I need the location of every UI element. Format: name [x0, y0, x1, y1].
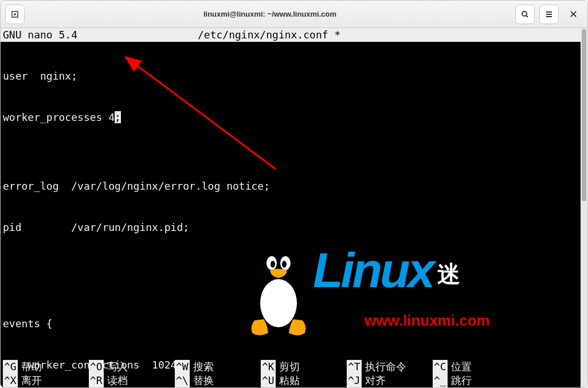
new-tab-button[interactable] — [5, 5, 25, 24]
nano-file-path: /etc/nginx/nginx.conf * — [198, 28, 340, 42]
svg-point-3 — [522, 11, 527, 16]
shortcut-read: ^R读档 — [89, 374, 175, 387]
nano-shortcuts: ^G帮助 ^O写入 ^W搜索 ^K剪切 ^T执行命令 ^C位置 ^X离开 ^R读… — [1, 360, 574, 387]
scrollbar-thumb[interactable] — [582, 29, 586, 201]
window-titlebar: linuxmi@linuxmi: ~/www.linuxmi.com ✕ — [1, 1, 587, 28]
config-line: events { — [1, 317, 581, 331]
shortcut-cut: ^K剪切 — [261, 360, 347, 374]
shortcut-search: ^W搜索 — [175, 360, 261, 374]
close-button[interactable]: ✕ — [563, 5, 583, 24]
shortcut-execute: ^T执行命令 — [347, 360, 433, 374]
window-title: linuxmi@linuxmi: ~/www.linuxmi.com — [29, 10, 511, 18]
nano-app-name: GNU nano 5.4 — [3, 28, 95, 42]
terminal[interactable]: GNU nano 5.4 /etc/nginx/nginx.conf * use… — [1, 28, 581, 387]
text-cursor: ; — [115, 111, 121, 123]
shortcut-location: ^C位置 — [433, 360, 519, 374]
shortcut-exit: ^X离开 — [3, 374, 89, 387]
shortcut-justify: ^J对齐 — [347, 374, 433, 387]
shortcut-writeout: ^O写入 — [89, 360, 175, 374]
shortcut-replace: ^\替换 — [175, 374, 261, 387]
shortcut-paste: ^U粘贴 — [261, 374, 347, 387]
terminal-wrap: GNU nano 5.4 /etc/nginx/nginx.conf * use… — [1, 28, 587, 387]
search-button[interactable] — [515, 5, 535, 24]
nano-header: GNU nano 5.4 /etc/nginx/nginx.conf * — [1, 28, 581, 42]
config-line: user nginx; — [1, 69, 581, 83]
editor-content[interactable]: user nginx; worker_processes 4; error_lo… — [1, 42, 581, 387]
menu-button[interactable] — [539, 5, 559, 24]
shortcut-help: ^G帮助 — [3, 360, 89, 374]
svg-line-4 — [526, 15, 528, 17]
scrollbar[interactable] — [581, 28, 587, 387]
config-line: pid /var/run/nginx.pid; — [1, 221, 581, 234]
config-line: worker_processes 4; — [1, 111, 581, 124]
config-line: error_log /var/log/nginx/error.log notic… — [1, 179, 581, 193]
shortcut-goto: ^_跳行 — [433, 374, 519, 387]
